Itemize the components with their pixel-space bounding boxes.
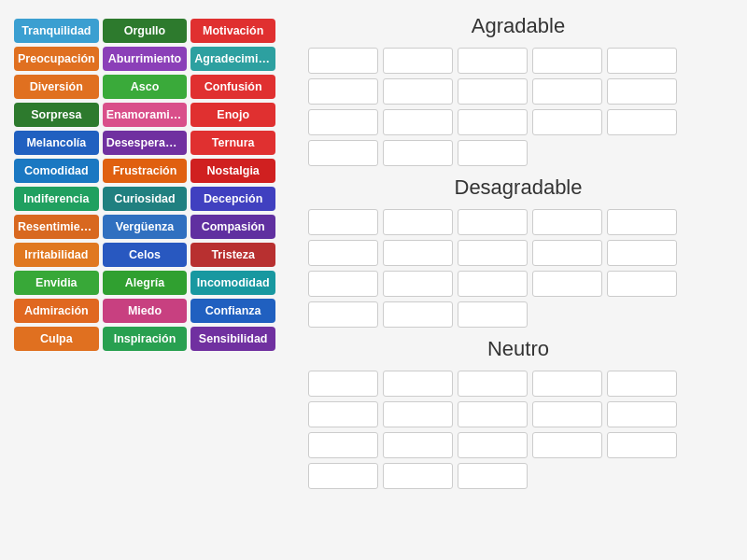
drop-cell[interactable] — [308, 463, 378, 489]
drop-cell[interactable] — [308, 109, 378, 135]
emotion-tag[interactable]: Miedo — [103, 299, 188, 323]
emotion-tag[interactable]: Sorpresa — [14, 103, 99, 127]
emotion-tag[interactable]: Orgullo — [103, 19, 188, 43]
emotion-tag[interactable]: Desesperación — [103, 131, 188, 155]
drop-row — [308, 463, 728, 489]
drop-cell[interactable] — [607, 432, 677, 458]
emotion-tag[interactable]: Confianza — [190, 299, 275, 323]
drop-row — [308, 432, 728, 458]
drop-row — [308, 140, 728, 166]
drop-cell[interactable] — [383, 401, 453, 427]
drop-cell[interactable] — [607, 401, 677, 427]
emotion-tag[interactable]: Resentimiento — [14, 215, 99, 239]
emotion-tag[interactable]: Melancolía — [14, 131, 99, 155]
emotion-tag[interactable]: Inspiración — [103, 327, 188, 351]
drop-cell[interactable] — [383, 48, 453, 74]
emotion-tag[interactable]: Agradecimiento — [190, 47, 275, 71]
drop-cell[interactable] — [458, 271, 528, 297]
drop-cell[interactable] — [383, 209, 453, 235]
drop-cell[interactable] — [308, 271, 378, 297]
drop-cell[interactable] — [458, 78, 528, 105]
emotion-tag[interactable]: Confusión — [190, 75, 275, 99]
emotion-tag[interactable]: Vergüenza — [103, 215, 188, 239]
emotion-tag[interactable]: Enamoramiento — [103, 103, 188, 127]
drop-cell[interactable] — [458, 401, 528, 427]
category-section: Desagradable — [308, 175, 728, 328]
emotion-tag[interactable]: Celos — [103, 243, 188, 267]
drop-cell[interactable] — [383, 140, 453, 166]
drop-grid — [308, 371, 728, 489]
drop-grid — [308, 209, 728, 328]
drop-cell[interactable] — [532, 109, 602, 135]
emotion-tag[interactable]: Ternura — [190, 131, 275, 155]
drop-cell[interactable] — [308, 301, 378, 328]
emotion-tag[interactable]: Culpa — [14, 327, 99, 351]
drop-cell[interactable] — [532, 48, 602, 74]
drop-cell[interactable] — [383, 109, 453, 135]
drop-cell[interactable] — [532, 371, 602, 397]
drop-cell[interactable] — [458, 48, 528, 74]
emotion-tag[interactable]: Asco — [103, 75, 188, 99]
drop-cell[interactable] — [607, 371, 677, 397]
emotion-tag[interactable]: Enojo — [190, 103, 275, 127]
emotion-tag[interactable]: Preocupación — [14, 47, 99, 71]
drop-cell[interactable] — [458, 432, 528, 458]
drop-cell[interactable] — [308, 209, 378, 235]
drop-cell[interactable] — [532, 271, 602, 297]
emotion-tag[interactable]: Alegría — [103, 271, 188, 295]
drop-row — [308, 240, 728, 266]
drop-cell[interactable] — [532, 240, 602, 266]
drop-row — [308, 371, 728, 397]
drop-cell[interactable] — [458, 463, 528, 489]
emotion-tag[interactable]: Envidia — [14, 271, 99, 295]
drop-row — [308, 109, 728, 135]
drop-cell[interactable] — [383, 78, 453, 105]
emotion-tag[interactable]: Tristeza — [190, 243, 275, 267]
drop-cell[interactable] — [383, 301, 453, 328]
drop-cell[interactable] — [607, 271, 677, 297]
emotion-tag[interactable]: Sensibilidad — [190, 327, 275, 351]
drop-cell[interactable] — [308, 78, 378, 105]
drop-cell[interactable] — [383, 271, 453, 297]
drop-cell[interactable] — [458, 140, 528, 166]
drop-cell[interactable] — [458, 371, 528, 397]
drop-cell[interactable] — [383, 240, 453, 266]
emotion-tag[interactable]: Compasión — [190, 215, 275, 239]
drop-cell[interactable] — [308, 48, 378, 74]
drop-cell[interactable] — [532, 432, 602, 458]
drop-cell[interactable] — [308, 140, 378, 166]
drop-cell[interactable] — [607, 48, 677, 74]
drop-cell[interactable] — [383, 463, 453, 489]
drop-cell[interactable] — [532, 209, 602, 235]
drop-cell[interactable] — [458, 301, 528, 328]
emotion-tag[interactable]: Decepción — [190, 187, 275, 211]
emotion-tag[interactable]: Tranquilidad — [14, 19, 99, 43]
emotion-tag[interactable]: Diversión — [14, 75, 99, 99]
drop-cell[interactable] — [458, 109, 528, 135]
emotion-tag[interactable]: Admiración — [14, 299, 99, 323]
drop-cell[interactable] — [458, 209, 528, 235]
emotion-tag[interactable]: Frustración — [103, 159, 188, 183]
emotion-tag[interactable]: Motivación — [190, 19, 275, 43]
drop-cell[interactable] — [383, 371, 453, 397]
drop-cell[interactable] — [532, 78, 602, 105]
emotion-tag[interactable]: Curiosidad — [103, 187, 188, 211]
drop-cell[interactable] — [308, 240, 378, 266]
emotion-tag[interactable]: Nostalgia — [190, 159, 275, 183]
drop-cell[interactable] — [607, 78, 677, 105]
drop-cell[interactable] — [607, 240, 677, 266]
drop-cell[interactable] — [308, 432, 378, 458]
emotion-tag[interactable]: Incomodidad — [190, 271, 275, 295]
category-title: Desagradable — [308, 175, 728, 200]
emotion-tag[interactable]: Irritabilidad — [14, 243, 99, 267]
drop-cell[interactable] — [532, 401, 602, 427]
drop-cell[interactable] — [308, 371, 378, 397]
emotion-tag[interactable]: Comodidad — [14, 159, 99, 183]
drop-cell[interactable] — [607, 109, 677, 135]
emotion-tag[interactable]: Aburrimiento — [103, 47, 188, 71]
drop-cell[interactable] — [308, 401, 378, 427]
drop-cell[interactable] — [383, 432, 453, 458]
drop-cell[interactable] — [607, 209, 677, 235]
drop-cell[interactable] — [458, 240, 528, 266]
emotion-tag[interactable]: Indiferencia — [14, 187, 99, 211]
